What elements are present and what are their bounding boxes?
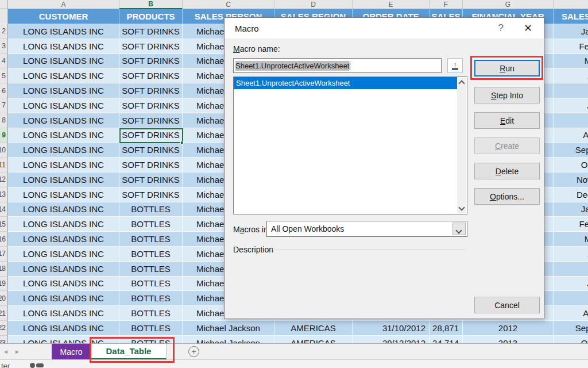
cell[interactable]: LONG ISLANDS INC: [8, 217, 119, 232]
cell[interactable]: May: [554, 262, 588, 277]
delete-button[interactable]: Delete: [474, 163, 540, 179]
cell[interactable]: LONG ISLANDS INC: [8, 172, 119, 187]
cell[interactable]: May: [554, 83, 588, 98]
column-letter-c[interactable]: C: [183, 0, 274, 9]
add-sheet-icon[interactable]: +: [188, 346, 199, 357]
cell[interactable]: LONG ISLANDS INC: [8, 68, 119, 83]
cell[interactable]: LONG ISLANDS INC: [8, 39, 119, 54]
cell[interactable]: AMERICAS: [274, 321, 353, 336]
column-letter-f[interactable]: F: [430, 0, 463, 9]
cell[interactable]: 31/10/2012: [353, 321, 430, 336]
cell[interactable]: BOTTLES: [119, 202, 183, 217]
cell[interactable]: LONG ISLANDS INC: [8, 128, 119, 143]
scroll-up-icon[interactable]: [458, 80, 465, 86]
step-into-button[interactable]: Step Into: [474, 87, 540, 103]
row-number[interactable]: 5: [0, 68, 8, 83]
row-number[interactable]: 12: [0, 172, 8, 187]
cell[interactable]: BOTTLES: [119, 291, 183, 306]
row-number[interactable]: 21: [0, 306, 8, 321]
cell[interactable]: LONG ISLANDS INC: [8, 143, 119, 158]
select-all-corner[interactable]: [0, 0, 8, 9]
row-number[interactable]: 3: [0, 39, 8, 54]
cancel-button[interactable]: Cancel: [474, 297, 540, 313]
sheet-tab-macro[interactable]: Macro: [52, 344, 91, 359]
row-number[interactable]: 6: [0, 83, 8, 98]
row-number[interactable]: 14: [0, 202, 8, 217]
dropdown-button[interactable]: [452, 223, 466, 235]
cell[interactable]: BOTTLES: [119, 247, 183, 262]
cell[interactable]: July: [554, 113, 588, 128]
macro-name-input[interactable]: Sheet1.UnprotectActiveWorksheet: [233, 58, 442, 73]
cell[interactable]: November: [554, 172, 588, 187]
scroll-down-icon[interactable]: [458, 204, 465, 210]
cell[interactable]: BOTTLES: [119, 217, 183, 232]
row-number[interactable]: 8: [0, 113, 8, 128]
macro-list[interactable]: Sheet1.UnprotectActiveWorksheet: [233, 76, 467, 214]
edit-button[interactable]: Edit: [474, 112, 540, 129]
cell[interactable]: BOTTLES: [119, 262, 183, 277]
cell[interactable]: BOTTLES: [119, 321, 183, 336]
collapse-arrow-button[interactable]: ↑: [447, 58, 463, 73]
cell[interactable]: LONG ISLANDS INC: [8, 83, 119, 98]
close-icon[interactable]: ✕: [524, 22, 532, 34]
cell[interactable]: September: [554, 321, 588, 336]
cell[interactable]: LONG ISLANDS INC: [8, 113, 119, 128]
row-number[interactable]: 19: [0, 277, 8, 292]
cell[interactable]: LONG ISLANDS INC: [8, 232, 119, 247]
cell[interactable]: SOFT DRINKS: [119, 128, 183, 143]
cell[interactable]: February: [554, 217, 588, 232]
macro-list-item[interactable]: Sheet1.UnprotectActiveWorksheet: [234, 77, 457, 89]
cell[interactable]: February: [554, 39, 588, 54]
tab-scroll-right-icon[interactable]: ►: [11, 344, 23, 359]
cell[interactable]: LONG ISLANDS INC: [8, 306, 119, 321]
column-letter-clipped[interactable]: [554, 0, 588, 9]
cell[interactable]: April: [554, 247, 588, 262]
cell[interactable]: SOFT DRINKS: [119, 68, 183, 83]
column-letter-b[interactable]: B: [119, 0, 183, 9]
tab-scroll-left-icon[interactable]: ◄: [0, 344, 11, 359]
cell[interactable]: SOFT DRINKS: [119, 113, 183, 128]
cell[interactable]: June: [554, 98, 588, 113]
cell[interactable]: SOFT DRINKS: [119, 98, 183, 113]
cell[interactable]: 2012: [463, 321, 554, 336]
options--button[interactable]: Options...: [474, 188, 540, 205]
cell[interactable]: April: [554, 68, 588, 83]
cell[interactable]: January: [554, 202, 588, 217]
cell[interactable]: September: [554, 143, 588, 158]
cell[interactable]: LONG ISLANDS INC: [8, 291, 119, 306]
column-letter-d[interactable]: D: [274, 0, 353, 9]
cell[interactable]: Michael Jackson: [183, 321, 274, 336]
create-button[interactable]: Create: [474, 137, 540, 154]
run-button[interactable]: Run: [474, 60, 540, 76]
cell[interactable]: LONG ISLANDS INC: [8, 187, 119, 202]
cell[interactable]: LONG ISLANDS INC: [8, 158, 119, 172]
row-number[interactable]: 7: [0, 98, 8, 113]
cell[interactable]: BOTTLES: [119, 232, 183, 247]
row-number[interactable]: 20: [0, 291, 8, 306]
cell[interactable]: SOFT DRINKS: [119, 39, 183, 54]
row-number[interactable]: 16: [0, 232, 8, 247]
column-header[interactable]: PRODUCTS: [119, 9, 183, 24]
cell[interactable]: LONG ISLANDS INC: [8, 321, 119, 336]
cell[interactable]: June: [554, 277, 588, 292]
cell[interactable]: December: [554, 187, 588, 202]
row-number[interactable]: 11: [0, 158, 8, 172]
row-number[interactable]: 17: [0, 247, 8, 262]
dialog-titlebar[interactable]: Macro ? ✕: [225, 18, 544, 39]
cell[interactable]: LONG ISLANDS INC: [8, 277, 119, 292]
cell[interactable]: SOFT DRINKS: [119, 172, 183, 187]
column-letter-g[interactable]: G: [463, 0, 554, 9]
sheet-tab-data_table[interactable]: Data_Table: [91, 344, 167, 359]
help-icon[interactable]: ?: [498, 22, 504, 34]
column-letter-a[interactable]: A: [8, 0, 119, 9]
cell[interactable]: 28,871: [430, 321, 463, 336]
row-number[interactable]: 22: [0, 321, 8, 336]
cell[interactable]: LONG ISLANDS INC: [8, 262, 119, 277]
cell[interactable]: January: [554, 24, 588, 39]
row-number[interactable]: 2: [0, 24, 8, 39]
cell[interactable]: SOFT DRINKS: [119, 54, 183, 69]
cell[interactable]: August: [554, 306, 588, 321]
fill-handle[interactable]: [180, 141, 184, 144]
cell[interactable]: BOTTLES: [119, 306, 183, 321]
cell[interactable]: SOFT DRINKS: [119, 158, 183, 172]
